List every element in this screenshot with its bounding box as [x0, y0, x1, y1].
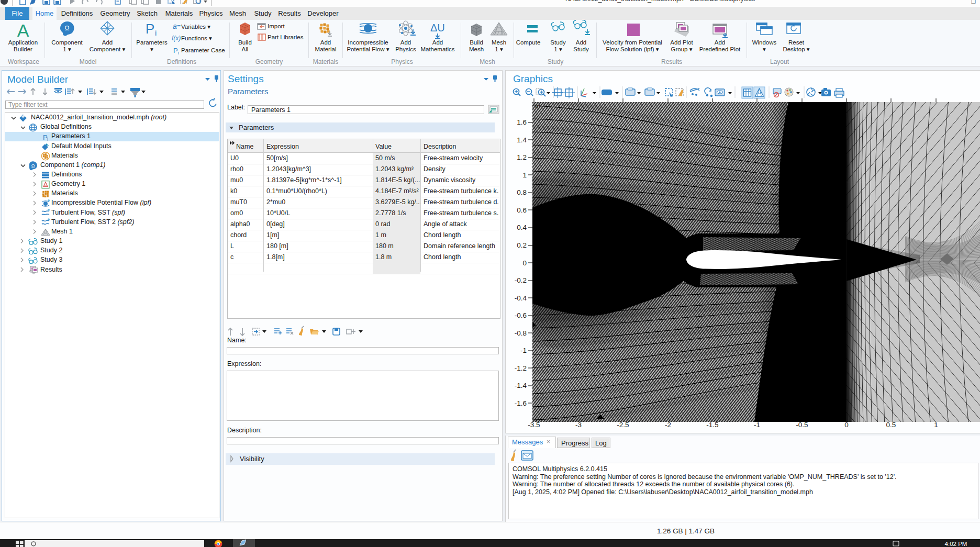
svg-text:-3.5: -3.5: [528, 421, 540, 429]
svg-text:1.4: 1.4: [517, 136, 527, 144]
svg-text:0.4: 0.4: [517, 224, 527, 231]
svg-text:0: 0: [522, 259, 527, 267]
svg-text:1: 1: [934, 421, 938, 429]
svg-text:-1.2: -1.2: [515, 364, 527, 372]
svg-text:1.2: 1.2: [517, 153, 527, 161]
svg-text:0.5: 0.5: [886, 421, 896, 429]
svg-text:-1.4: -1.4: [515, 382, 527, 389]
svg-text:A: A: [17, 20, 29, 40]
svg-text:0.6: 0.6: [517, 206, 527, 214]
svg-text:=: =: [177, 23, 181, 30]
svg-text:Ω: Ω: [65, 25, 70, 32]
svg-text:0.8: 0.8: [517, 188, 527, 196]
svg-text:0.2: 0.2: [517, 241, 527, 249]
svg-text:i: i: [47, 137, 48, 142]
svg-text:-2.5: -2.5: [617, 421, 629, 429]
svg-text:-1: -1: [520, 347, 527, 354]
svg-text:-1.6: -1.6: [515, 399, 527, 407]
svg-text:ΔU: ΔU: [430, 22, 445, 34]
svg-text:Import: Import: [268, 23, 285, 29]
svg-text:m: m: [535, 103, 540, 110]
svg-text:0: 0: [844, 421, 849, 429]
svg-text:-0.4: -0.4: [515, 294, 527, 302]
svg-text:Ω: Ω: [31, 163, 35, 169]
svg-text:i: i: [155, 28, 157, 37]
svg-text:-0.8: -0.8: [515, 329, 527, 337]
svg-text:-0.6: -0.6: [515, 311, 527, 319]
svg-text:P: P: [146, 21, 154, 37]
svg-text:-0.2: -0.2: [515, 276, 527, 284]
svg-text:-1.5: -1.5: [706, 421, 718, 429]
svg-text:a: a: [173, 22, 177, 30]
svg-text:-0.5: -0.5: [796, 421, 808, 429]
svg-text:-2: -2: [665, 421, 671, 429]
svg-text:1.6: 1.6: [517, 118, 527, 126]
svg-text:-1: -1: [754, 421, 760, 429]
svg-text:-3: -3: [575, 421, 582, 429]
svg-text:4:02 PM: 4:02 PM: [945, 541, 967, 547]
svg-text:1: 1: [522, 171, 527, 179]
